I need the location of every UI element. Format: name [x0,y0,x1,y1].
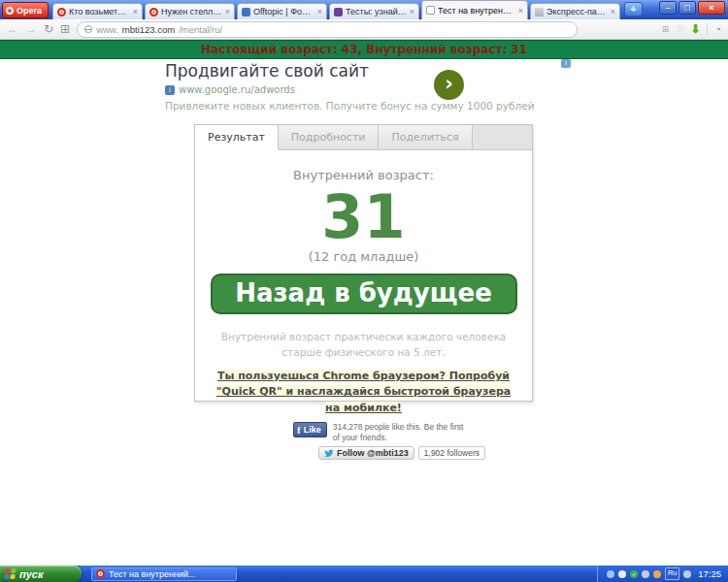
window-controls: – □ × [659,1,725,15]
ad-info-icon: i [165,85,175,95]
forward-icon[interactable]: → [25,23,37,35]
opera-task-icon [96,569,105,578]
browser-titlebar: Opera Кто возьмется сдел... × Нужен стел… [0,0,728,19]
ad-arrow-button[interactable]: › [434,70,464,100]
language-indicator[interactable]: Ru [665,567,679,580]
windows-logo-icon [4,568,17,579]
url-domain: mbti123.com [122,24,175,35]
restore-button[interactable]: □ [678,1,696,15]
google-ad-block[interactable]: Продвигайте свой сайт i www.google.ru/ad… [165,61,553,112]
taskbar-clock: 17:25 [698,568,721,579]
tab-details[interactable]: Подробности [279,125,380,149]
speed-dial-favicon-icon [535,8,544,16]
opera-favicon-icon [149,8,158,16]
taskbar: пуск Тест на внутренний... ✓ Ru 17:25 [0,566,728,582]
task-title: Тест на внутренний... [109,569,195,579]
ad-url[interactable]: www.google.ru/adwords [179,84,295,95]
minimize-button[interactable]: – [659,1,677,15]
social-buttons: f Like 314,278 people like this. Be the … [293,422,485,460]
tab-strip: Кто возьмется сдел... × Нужен стеллаж дл… [52,0,655,19]
opera-favicon-icon [57,8,66,16]
antivirus-tray-icon[interactable]: ✓ [630,570,638,578]
tab-title: Offtopic | Форум - ... [253,7,314,16]
result-card: Результат Подробности Поделиться Внутрен… [194,124,533,402]
address-bar[interactable]: www.mbti123.com/mental/ru/ [77,21,578,38]
twitter-follower-count: 1,902 followers [418,446,485,460]
age-result-banner: Настоящий возраст: 43, Внутренний возрас… [0,40,728,59]
close-tab-icon[interactable]: × [225,7,230,16]
reload-icon[interactable]: ↻ [44,23,53,35]
back-icon[interactable]: ← [7,23,18,35]
tab-title: Тесты: узнай себя ... [346,7,407,16]
opera-logo-icon [6,7,14,15]
facebook-like-count: 314,278 people like this. Be the first o… [333,422,471,443]
tab-title: Тест на внутренний ... [438,6,515,16]
result-label: Внутренний возраст: [195,168,532,182]
opera-menu-button[interactable]: Opera [2,2,49,18]
close-tab-icon[interactable]: × [410,7,414,16]
close-tab-icon[interactable]: × [611,7,615,16]
twitter-follow-button[interactable]: Follow @mbti123 [318,446,414,460]
opera-menu-label: Opera [17,6,42,16]
tab-3[interactable]: Offtopic | Форум - ... × [237,3,327,19]
tab-title: Нужен стеллаж для ... [161,7,222,16]
system-tray: ✓ Ru 17:25 [597,566,728,582]
start-button[interactable]: пуск [0,566,82,582]
close-tab-icon[interactable]: × [133,7,138,16]
result-card-tabs: Результат Подробности Поделиться [195,125,532,150]
twitter-follow-label: Follow @mbti123 [337,448,409,458]
bookmark-heart-icon[interactable]: ♡ [676,24,683,34]
tab-speed-dial[interactable]: Экспресс-панель × [530,3,620,19]
download-icon[interactable]: ⬇ [690,22,700,36]
speed-dial-icon[interactable]: ⊞ [60,23,70,35]
speaker-tray-icon[interactable] [683,570,691,578]
update-tray-icon[interactable] [642,570,649,578]
site-security-icon [84,25,92,33]
toolbar-divider [707,23,708,35]
inner-age-value: 31 [195,186,532,247]
ad-title[interactable]: Продвигайте свой сайт [165,61,553,81]
close-tab-icon[interactable]: × [317,7,322,16]
back-to-the-future-button[interactable]: Назад в будущее [211,274,517,314]
tab-result[interactable]: Результат [195,125,279,150]
start-label: пуск [19,568,44,580]
browser-toolbar: ← → ↻ ⊞ www.mbti123.com/mental/ru/ ⊞ ♡ ⬇… [0,19,728,40]
tab-2[interactable]: Нужен стеллаж для ... × [145,3,235,19]
sync-icon[interactable]: ◔ [714,23,721,35]
messenger-tray-icon[interactable] [607,570,614,578]
ad-description: Привлеките новых клиентов. Получите бону… [165,100,553,112]
tab-1[interactable]: Кто возьмется сдел... × [52,3,143,19]
url-prefix: www. [96,24,118,35]
forum-favicon-icon [242,8,250,16]
facebook-icon: f [297,424,301,436]
facebook-like-button[interactable]: f Like [293,422,327,437]
tab-share[interactable]: Поделиться [379,125,472,149]
agent-tray-icon[interactable] [653,570,661,578]
tab-4[interactable]: Тесты: узнай себя ... × [329,3,419,19]
tab-active-inner-age-test[interactable]: Тест на внутренний ... × [421,0,528,19]
volume-tray-icon[interactable] [618,570,626,578]
tab-title: Экспресс-панель [546,7,608,16]
new-tab-button[interactable]: + [624,2,643,16]
age-difference: (12 год младше) [195,249,532,264]
twitter-bird-icon [324,449,334,458]
tab-title: Кто возьмется сдел... [69,7,130,16]
page-content: Продвигайте свой сайт i www.google.ru/ad… [0,59,728,566]
adchoices-icon[interactable]: i [561,59,571,68]
close-tab-icon[interactable]: × [518,6,523,16]
close-window-button[interactable]: × [698,1,725,15]
taskbar-task-opera[interactable]: Тест на внутренний... [91,567,237,581]
chrome-promo-link[interactable]: Ты пользуешься Chrome браузером? Попробу… [216,370,511,414]
chrome-promo-link-wrap: Ты пользуешься Chrome браузером? Попробу… [210,369,518,417]
facebook-like-label: Like [304,425,321,435]
url-path: /mental/ru/ [179,24,222,35]
page-favicon-icon [426,6,435,15]
result-note: Внутренний возраст практически каждого ч… [204,330,524,361]
extensions-icon[interactable]: ⊞ [662,24,670,34]
tests-favicon-icon [334,8,343,16]
